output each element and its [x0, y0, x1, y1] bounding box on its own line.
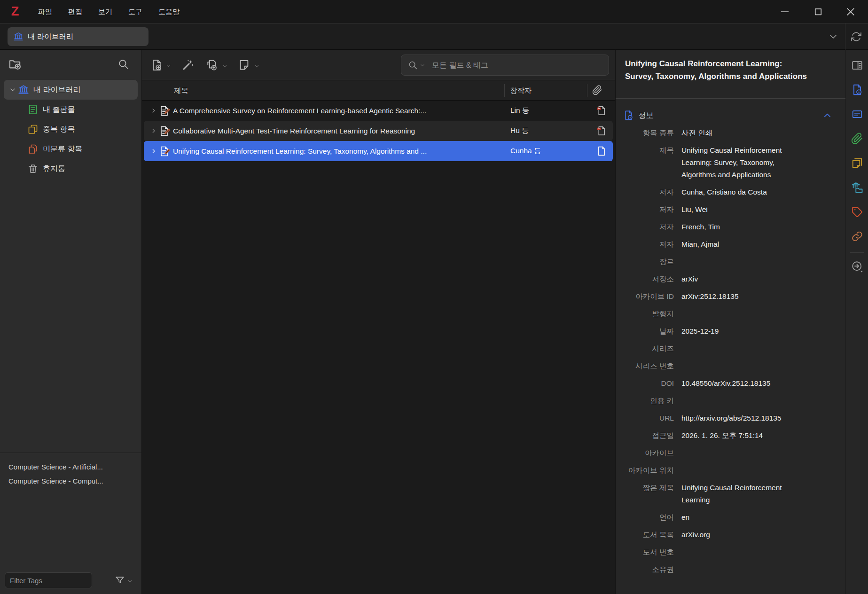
related-section-icon[interactable] — [851, 230, 863, 242]
menu-item[interactable]: 도구 — [120, 0, 150, 23]
field-value[interactable]: Mian, Ajmal — [681, 238, 799, 250]
search-icon[interactable] — [117, 58, 129, 70]
field-value[interactable] — [681, 447, 799, 459]
field-value[interactable]: arXiv.org — [681, 529, 799, 541]
quick-search-input[interactable] — [432, 61, 609, 70]
field-value[interactable]: Cunha, Cristiano da Costa — [681, 186, 799, 198]
tab-list-chevron-icon[interactable] — [828, 31, 839, 42]
new-note-icon[interactable] — [238, 59, 250, 71]
field-value[interactable]: Unifying Causal Reinforcement Learning: … — [681, 144, 799, 181]
toggle-item-pane-icon[interactable] — [851, 59, 863, 71]
libraries-collections-section-icon[interactable] — [851, 181, 863, 194]
tab-my-library[interactable]: 내 라이브러리 — [8, 27, 149, 46]
field-value[interactable]: http://arxiv.org/abs/2512.18135 — [681, 412, 799, 424]
twisty-chevron-icon[interactable] — [149, 148, 158, 155]
info-field-row: 저장소 arXiv — [616, 273, 845, 285]
field-value[interactable] — [681, 256, 799, 268]
chevron-down-icon[interactable] — [165, 63, 172, 69]
sidebar-collection-row[interactable]: 중복 항목 — [4, 119, 138, 139]
info-section-label: 정보 — [638, 110, 822, 121]
items-table-header: 제목 창작자 — [142, 80, 615, 101]
field-value[interactable] — [681, 308, 799, 320]
tag-selector-item[interactable]: Computer Science - Artificial... — [8, 460, 141, 474]
tabbar-divider — [845, 23, 845, 50]
chevron-down-icon[interactable] — [222, 63, 228, 69]
column-divider[interactable] — [587, 84, 587, 97]
table-row[interactable]: Collaborative Multi-Agent Test-Time Rein… — [144, 121, 613, 141]
field-value[interactable] — [681, 343, 799, 355]
field-value[interactable] — [681, 395, 799, 407]
collection-icon — [27, 163, 39, 174]
column-header-title[interactable]: 제목 — [174, 80, 188, 101]
tags-section-icon[interactable] — [851, 206, 863, 218]
field-value[interactable]: 사전 인쇄 — [681, 127, 799, 139]
minimize-icon[interactable] — [778, 5, 792, 19]
table-row[interactable]: Unifying Causal Reinforcement Learning: … — [144, 141, 613, 161]
menu-item[interactable]: 도움말 — [150, 0, 188, 23]
new-item-icon[interactable] — [150, 59, 163, 71]
sync-icon[interactable] — [851, 31, 862, 42]
field-label: 장르 — [616, 256, 681, 268]
twisty-chevron-icon[interactable] — [149, 107, 158, 114]
info-field-row: 도서 목록 arXiv.org — [616, 529, 845, 541]
info-field-row: 접근일 2026. 1. 26. 오후 7:51:14 — [616, 430, 845, 442]
item-creator-cell: Hu 등 — [508, 126, 589, 136]
sidebar-collection-row[interactable]: 휴지통 — [4, 159, 138, 179]
field-value[interactable] — [681, 563, 799, 576]
chevron-up-icon[interactable] — [822, 110, 833, 121]
abstract-section-icon[interactable] — [851, 108, 863, 120]
info-section-header[interactable]: 정보 — [623, 110, 837, 121]
twisty-chevron-icon[interactable] — [8, 86, 18, 94]
items-table-body: A Comprehensive Survey on Reinforcement … — [142, 101, 615, 161]
field-value[interactable]: Unifying Causal Reinforcement Learning — [681, 482, 799, 506]
new-collection-icon[interactable] — [8, 57, 22, 71]
chevron-down-icon[interactable] — [254, 63, 260, 69]
funnel-icon[interactable] — [115, 575, 125, 586]
field-value[interactable]: French, Tim — [681, 221, 799, 233]
info-section-icon[interactable] — [851, 84, 863, 96]
menu-item[interactable]: 파일 — [30, 0, 60, 23]
field-value[interactable]: Liu, Wei — [681, 203, 799, 216]
quick-search-box[interactable] — [401, 55, 609, 76]
sidebar-collection-row[interactable]: 내 라이브러리 — [4, 80, 138, 100]
field-value[interactable]: 2025-12-19 — [681, 325, 799, 337]
paperclip-icon[interactable] — [592, 85, 602, 95]
maximize-icon[interactable] — [811, 5, 825, 19]
notes-section-icon[interactable] — [851, 157, 863, 169]
table-row[interactable]: A Comprehensive Survey on Reinforcement … — [144, 101, 613, 121]
field-value[interactable]: arXiv — [681, 273, 799, 285]
sidebar-collection-row[interactable]: 내 출판물 — [4, 100, 138, 119]
attachments-section-icon[interactable] — [851, 133, 863, 145]
chevron-down-icon[interactable] — [420, 63, 425, 68]
collections-sidebar: 내 라이브러리 내 출판물 중복 항목 미분류 항목 휴지통 Computer … — [0, 50, 142, 594]
info-field-row: DOI 10.48550/arXiv.2512.18135 — [616, 377, 845, 390]
sidebar-collection-row[interactable]: 미분류 항목 — [4, 139, 138, 159]
field-value[interactable] — [681, 546, 799, 558]
field-value[interactable] — [681, 360, 799, 372]
column-divider[interactable] — [504, 84, 505, 97]
tag-selector-item[interactable]: Computer Science - Comput... — [8, 474, 141, 488]
field-value[interactable]: en — [681, 511, 799, 524]
column-header-creator[interactable]: 창작자 — [510, 80, 532, 101]
add-attachment-icon[interactable] — [206, 59, 219, 71]
field-label: 아카이브 — [616, 447, 681, 459]
add-by-identifier-wand-icon[interactable] — [181, 59, 194, 71]
chevron-down-icon[interactable] — [127, 578, 133, 584]
info-field-row: 시리즈 — [616, 343, 845, 355]
menu-item[interactable]: 편집 — [60, 0, 90, 23]
field-value[interactable]: arXiv:2512.18135 — [681, 290, 799, 303]
twisty-chevron-icon[interactable] — [149, 127, 158, 134]
field-value[interactable]: 2026. 1. 26. 오후 7:51:14 — [681, 430, 799, 442]
field-value[interactable]: 10.48550/arXiv.2512.18135 — [681, 377, 799, 390]
locate-icon[interactable] — [851, 260, 863, 273]
menu-item[interactable]: 보기 — [90, 0, 120, 23]
item-title-cell: Unifying Causal Reinforcement Learning: … — [173, 147, 508, 156]
close-icon[interactable] — [844, 5, 858, 19]
field-label: 발행지 — [616, 308, 681, 320]
tag-filter-input[interactable] — [5, 572, 92, 588]
search-icon — [408, 60, 418, 70]
field-value[interactable] — [681, 464, 799, 477]
item-type-icon — [159, 105, 170, 117]
tab-label: 내 라이브러리 — [28, 32, 73, 42]
info-field-row: 아카이브 위치 — [616, 464, 845, 477]
